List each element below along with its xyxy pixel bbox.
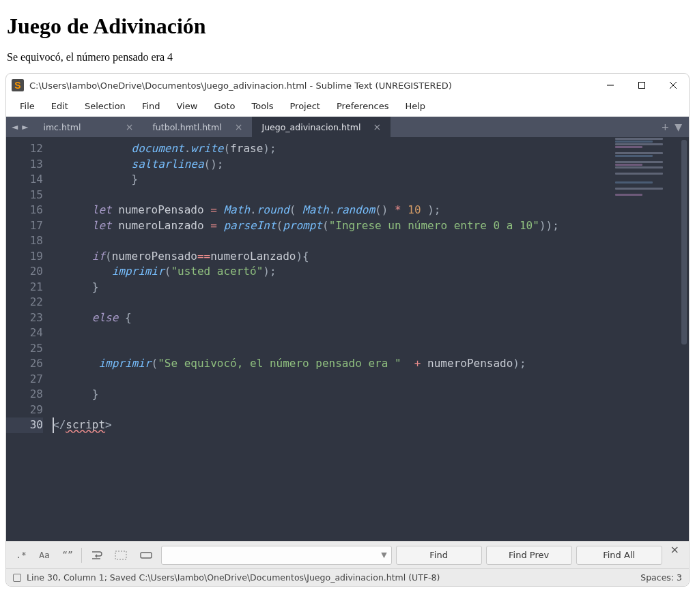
code-line[interactable]	[53, 188, 611, 203]
scrollbar-thumb[interactable]	[681, 140, 687, 344]
sublime-window: S C:\Users\Iambo\OneDrive\Documentos\Jue…	[5, 73, 690, 587]
menu-selection[interactable]: Selection	[78, 100, 132, 113]
code-line[interactable]: imprimir("Se equivocó, el número pensado…	[53, 356, 611, 372]
tab-nav-arrows[interactable]: ◄ ►	[6, 117, 33, 137]
tab-dropdown-icon[interactable]: ▼	[675, 121, 682, 132]
vertical-scrollbar[interactable]	[679, 137, 689, 541]
window-title: C:\Users\Iambo\OneDrive\Documentos\Juego…	[29, 80, 595, 91]
new-tab-icon[interactable]: +	[661, 121, 669, 132]
tab-close-icon[interactable]: ×	[113, 121, 134, 132]
tab-futbol-hmtl-html[interactable]: futbol.hmtl.html×	[143, 117, 252, 137]
find-panel: .* Aa “” ▼ Find Find Prev Find All ×	[6, 541, 689, 568]
regex-toggle[interactable]: .*	[12, 546, 31, 565]
line-number[interactable]: 22	[6, 295, 43, 310]
code-line[interactable]: }	[53, 387, 611, 402]
line-number[interactable]: 28	[6, 387, 43, 402]
code-line[interactable]	[53, 341, 611, 357]
close-button[interactable]	[657, 74, 689, 97]
line-number[interactable]: 27	[6, 372, 43, 387]
menu-file[interactable]: File	[13, 100, 42, 113]
code-line[interactable]: let numeroPensado = Math.round( Math.ran…	[53, 203, 611, 218]
tab-close-icon[interactable]: ×	[360, 121, 381, 132]
line-number[interactable]: 13	[6, 157, 43, 173]
code-line[interactable]: }	[53, 280, 611, 295]
maximize-button[interactable]	[626, 74, 657, 97]
line-number[interactable]: 17	[6, 218, 43, 234]
menu-edit[interactable]: Edit	[44, 100, 75, 113]
code-line[interactable]: if(numeroPensado==numeroLanzado){	[53, 249, 611, 265]
line-number[interactable]: 18	[6, 233, 43, 249]
code-line[interactable]	[53, 325, 611, 341]
line-number[interactable]: 12	[6, 141, 43, 157]
case-toggle[interactable]: Aa	[35, 546, 54, 565]
code-line[interactable]: document.write(frase);	[53, 141, 611, 157]
code-line[interactable]: }	[53, 172, 611, 188]
result-text: Se equivocó, el número pensado era 4	[7, 51, 688, 63]
wrap-toggle[interactable]	[86, 546, 107, 565]
panel-toggle-icon[interactable]	[13, 574, 21, 582]
line-number[interactable]: 26	[6, 356, 43, 372]
tab-label: imc.html	[43, 122, 81, 132]
whole-word-toggle[interactable]: “”	[58, 546, 77, 565]
line-number[interactable]: 23	[6, 310, 43, 326]
tab-imc-html[interactable]: imc.html×	[33, 117, 143, 137]
code-line[interactable]: else {	[53, 310, 611, 326]
line-number[interactable]: 21	[6, 280, 43, 295]
menu-view[interactable]: View	[170, 100, 205, 113]
find-button[interactable]: Find	[396, 546, 482, 565]
code-line[interactable]: </script>	[53, 417, 611, 433]
line-number[interactable]: 24	[6, 325, 43, 341]
line-number[interactable]: 16	[6, 203, 43, 218]
tab-label: Juego_adivinacion.html	[261, 122, 360, 132]
menu-tools[interactable]: Tools	[244, 100, 280, 113]
minimap[interactable]	[611, 137, 679, 541]
find-prev-button[interactable]: Find Prev	[486, 546, 572, 565]
highlight-toggle[interactable]	[135, 546, 157, 565]
svg-rect-6	[141, 553, 152, 558]
menu-project[interactable]: Project	[283, 100, 326, 113]
line-gutter[interactable]: 12131415161718192021222324252627282930	[6, 137, 50, 541]
code-line[interactable]	[53, 233, 611, 249]
tab-prev-icon[interactable]: ◄	[12, 122, 18, 132]
tab-label: futbol.hmtl.html	[152, 122, 221, 132]
line-number[interactable]: 20	[6, 264, 43, 280]
svg-rect-5	[115, 551, 126, 559]
line-number[interactable]: 15	[6, 188, 43, 203]
status-indent[interactable]: Spaces: 3	[640, 572, 682, 583]
minimize-button[interactable]	[595, 74, 626, 97]
line-number[interactable]: 30	[6, 417, 43, 433]
find-all-button[interactable]: Find All	[576, 546, 662, 565]
line-number[interactable]: 29	[6, 402, 43, 418]
menu-help[interactable]: Help	[398, 100, 432, 113]
tab-close-icon[interactable]: ×	[223, 121, 243, 132]
code-area[interactable]: document.write(frase); saltarlinea(); } …	[50, 137, 611, 541]
find-history-icon[interactable]: ▼	[381, 551, 386, 559]
app-icon: S	[12, 79, 24, 91]
menubar: FileEditSelectionFindViewGotoToolsProjec…	[6, 97, 689, 117]
tab-juego_adivinacion-html[interactable]: Juego_adivinacion.html×	[252, 117, 391, 137]
page-heading: Juego de Adivinación	[7, 14, 688, 39]
code-line[interactable]: saltarlinea();	[53, 157, 611, 173]
close-find-icon[interactable]: ×	[666, 543, 683, 556]
menu-goto[interactable]: Goto	[207, 100, 242, 113]
editor: 12131415161718192021222324252627282930 d…	[6, 137, 689, 541]
line-number[interactable]: 14	[6, 172, 43, 188]
menu-find[interactable]: Find	[135, 100, 167, 113]
line-number[interactable]: 25	[6, 341, 43, 357]
tabbar: ◄ ► imc.html×futbol.hmtl.html×Juego_adiv…	[6, 117, 689, 137]
code-line[interactable]: let numeroLanzado = parseInt(prompt("Ing…	[53, 218, 611, 234]
browser-output: Juego de Adivinación Se equivocó, el núm…	[0, 0, 695, 63]
in-selection-toggle[interactable]	[111, 546, 131, 565]
find-input[interactable]: ▼	[161, 546, 392, 565]
line-number[interactable]: 19	[6, 249, 43, 265]
code-line[interactable]	[53, 402, 611, 418]
status-left: Line 30, Column 1; Saved C:\Users\Iambo\…	[27, 572, 440, 583]
code-line[interactable]	[53, 372, 611, 387]
divider	[81, 548, 82, 563]
statusbar: Line 30, Column 1; Saved C:\Users\Iambo\…	[6, 568, 689, 586]
titlebar[interactable]: S C:\Users\Iambo\OneDrive\Documentos\Jue…	[6, 74, 689, 97]
menu-preferences[interactable]: Preferences	[330, 100, 395, 113]
code-line[interactable]: imprimir("usted acertó");	[53, 264, 611, 280]
code-line[interactable]	[53, 295, 611, 310]
tab-next-icon[interactable]: ►	[22, 122, 28, 132]
